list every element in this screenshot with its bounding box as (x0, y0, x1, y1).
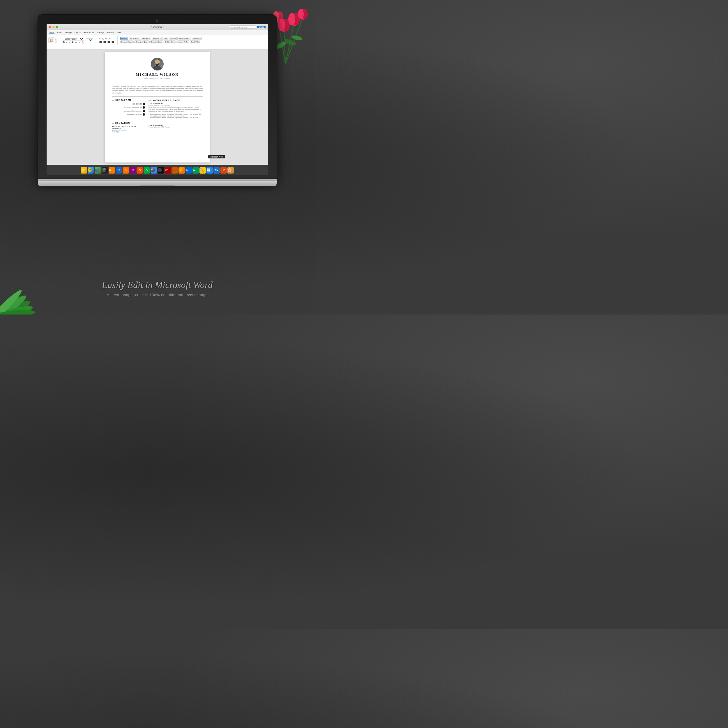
education-years: 2017-2018 (112, 131, 145, 133)
job-desc-1: Lorem Ipsum dolor sit amet, consectetuer… (148, 107, 203, 113)
align-right-button[interactable]: ⬛ (107, 41, 111, 43)
font-size-selector[interactable]: 11 (86, 38, 93, 42)
style-normal[interactable]: Normal (120, 37, 128, 40)
dock-app-circle[interactable]: ⚫ (158, 167, 164, 174)
document-area: MICHAEL WILSON Web Design & Developer Lo… (47, 49, 268, 165)
dock-app-photos[interactable]: 🌸 (228, 167, 234, 174)
dock-app-ps2[interactable]: Ps (144, 167, 150, 174)
divider-middle (112, 96, 203, 97)
dock-app-stickies[interactable]: 🌟 (81, 167, 87, 174)
resume-name: MICHAEL WILSON (112, 72, 203, 77)
minimize-button[interactable] (52, 26, 55, 28)
bold-button[interactable]: B (63, 41, 65, 43)
dock-app-teamviewer[interactable]: 🔄 (206, 167, 213, 174)
bottom-section: Easily Edit in Microsoft Word All text, … (0, 280, 315, 297)
style-subtitle[interactable]: Subtitle (168, 37, 177, 40)
work-section-title: WORK EXPERIENCE (148, 99, 203, 102)
dock-app-fz[interactable]: FZ (165, 167, 171, 174)
superscript-button[interactable]: x² (78, 41, 81, 43)
dock-app-word[interactable]: W (213, 167, 220, 174)
dock-app-search[interactable]: 🔍 (199, 167, 206, 174)
location-icon (143, 106, 145, 109)
style-intense-quote[interactable]: Intense Quo... (150, 40, 164, 43)
dock-app-id1[interactable]: ID (116, 167, 122, 174)
dock-app-ai2[interactable]: Ai (136, 167, 143, 174)
justify-button[interactable]: ⬛ (111, 41, 115, 43)
underline-button[interactable]: U (68, 41, 71, 43)
job-bullet-1-2: Lorem ipsum dolor sit amet, consectetuer… (148, 117, 203, 119)
style-strong[interactable]: Strong (134, 40, 142, 43)
cut-button[interactable]: ✂ (55, 38, 57, 40)
dock-app-id2[interactable]: ID (130, 167, 136, 174)
indent-increase-button[interactable]: ⇥ (108, 38, 111, 40)
strikethrough-button[interactable]: S (71, 41, 74, 43)
subscript-button[interactable]: x₂ (75, 41, 78, 43)
laptop-hinge (38, 179, 277, 181)
copy-button[interactable]: 📄 (55, 40, 57, 43)
dock-app-premiere[interactable]: Pr (185, 167, 192, 174)
close-button[interactable] (49, 26, 51, 28)
paste-button[interactable]: 📋 (48, 37, 54, 43)
dock-app-8ball[interactable]: 🎱 (151, 167, 157, 174)
dock-app-vlc[interactable]: 🎬 (102, 167, 108, 174)
job-bullet-1-1: Lorem ipsum dolor sit amet, consectetuer… (148, 113, 203, 117)
menu-view[interactable]: View (117, 31, 121, 34)
dock-app-ps1[interactable]: Ps (122, 167, 129, 174)
style-subtle[interactable]: Subtle Emph... (177, 37, 191, 40)
menu-mailings[interactable]: Mailings (97, 31, 104, 34)
align-center-button[interactable]: ⬛ (103, 41, 107, 43)
laptop: Document1 Search in Document Share Home … (38, 15, 277, 187)
style-intense[interactable]: Intense Emp... (120, 40, 134, 43)
share-button[interactable]: Share (257, 26, 266, 28)
search-placeholder: Search in Document (231, 26, 247, 28)
menu-review[interactable]: Review (107, 31, 114, 34)
menu-design[interactable]: Design (65, 31, 72, 34)
resume-job-title: Web Design & Developer (112, 78, 203, 79)
resume-columns: CONTACT ME +60248593152 570 Jones clinto… (112, 99, 203, 133)
sub-tagline: All text, shape, color is 100% editable … (0, 293, 315, 297)
font-color-button[interactable]: A (81, 41, 84, 43)
numbering-button[interactable]: ⒈ (101, 38, 104, 40)
svg-point-6 (292, 35, 303, 41)
menu-home[interactable]: Home (49, 31, 55, 34)
resume-right-column: WORK EXPERIENCE JOB POSITION Company Nam… (148, 99, 203, 133)
menu-insert[interactable]: Insert (57, 31, 63, 34)
dock-app-ai1[interactable]: Ai (109, 167, 115, 174)
maximize-button[interactable] (56, 26, 58, 28)
title-bar: Document1 Search in Document Share (47, 24, 268, 30)
bullets-button[interactable]: ≡ (99, 38, 101, 40)
style-quote[interactable]: Quote (142, 40, 149, 43)
style-title[interactable]: Title (162, 37, 168, 40)
dock-app-comet[interactable]: ☄ (171, 167, 178, 174)
italic-button[interactable]: I (66, 41, 67, 43)
dock-app-facetime[interactable]: 📹 (95, 167, 101, 174)
dock-app-finder[interactable]: 😊 (88, 167, 94, 174)
font-selector[interactable]: Calibri (Body) (63, 37, 84, 40)
macos-dock: 🌟 😊 📹 🎬 Ai ID Ps ID Ai Ps 🎱 ⚫ FZ ☄ (47, 165, 268, 175)
search-box[interactable]: Search in Document (230, 25, 256, 29)
indent-decrease-button[interactable]: ⇤ (105, 38, 108, 40)
menu-references[interactable]: References (84, 31, 94, 34)
style-heading2[interactable]: Heading 2 (152, 37, 162, 40)
align-left-button[interactable]: ⬛ (99, 41, 102, 43)
phone-icon (143, 103, 145, 105)
ribbon-menu: Home Insert Design Layout References Mai… (47, 30, 268, 35)
education-section-title: EDUCATION (112, 122, 145, 124)
style-heading1[interactable]: Heading 1 (141, 37, 151, 40)
contact-email: yourname@gamil.com (112, 113, 145, 116)
web-icon (143, 110, 145, 112)
avatar-svg (151, 58, 164, 70)
dock-app-creative[interactable]: ⚡ (179, 167, 185, 174)
menu-layout[interactable]: Layout (75, 31, 81, 34)
job-entry-1: JOB POSITION Company Name // 2018 - Pres… (148, 103, 203, 119)
window-controls (49, 26, 58, 28)
dock-app-ae[interactable]: Ae (193, 167, 199, 174)
style-intense-ref[interactable]: Intense Ref... (176, 40, 189, 43)
style-emphasis[interactable]: Emphasis (192, 37, 202, 40)
dock-app-powerpoint[interactable]: P (220, 167, 227, 174)
style-book-title[interactable]: Book Title (190, 40, 200, 43)
svg-point-12 (278, 19, 285, 31)
style-subtle-ref[interactable]: Subtle Ref... (164, 40, 176, 43)
main-tagline: Easily Edit in Microsoft Word (0, 280, 315, 290)
style-no-spacing[interactable]: No Spacing (129, 37, 140, 40)
